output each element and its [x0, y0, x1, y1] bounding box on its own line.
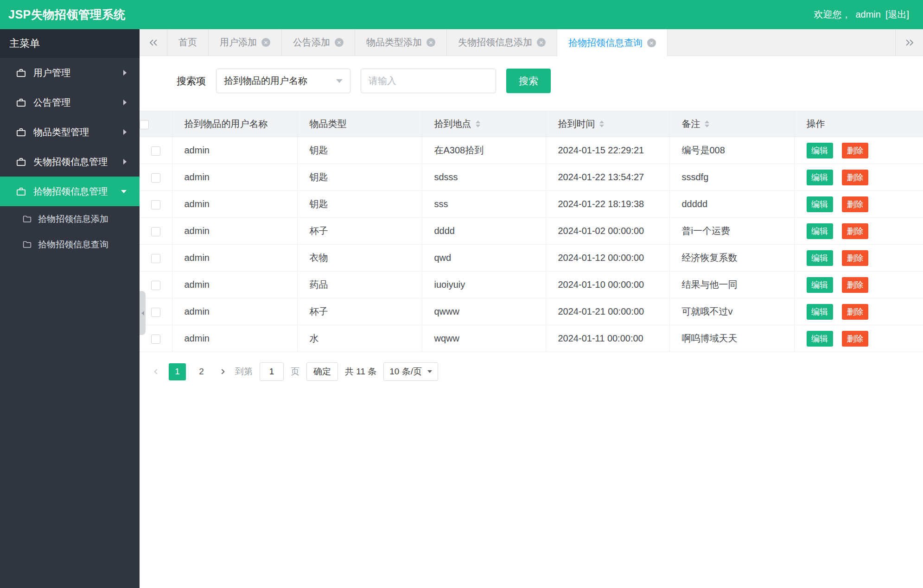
page-size-select[interactable]: 10 条/页 — [383, 362, 438, 381]
tab-user-add[interactable]: 用户添加 — [209, 29, 282, 56]
sidebar-item-label: 拾物招领信息管理 — [33, 185, 121, 198]
sort-icon[interactable] — [476, 120, 480, 127]
close-icon[interactable] — [426, 38, 435, 47]
folder-icon — [22, 240, 32, 249]
cell-time-text: 2024-01-22 13:54:27 — [558, 172, 644, 182]
cell-item-type: 钥匙 — [297, 164, 422, 191]
column-header-note: 备注 — [669, 111, 794, 137]
edit-button[interactable]: 编辑 — [807, 143, 833, 158]
delete-button[interactable]: 删除 — [842, 223, 868, 239]
cell-user: admin — [172, 272, 297, 298]
sort-icon[interactable] — [599, 120, 604, 127]
row-checkbox[interactable] — [151, 200, 160, 209]
row-checkbox[interactable] — [151, 173, 160, 183]
edit-button[interactable]: 编辑 — [807, 223, 833, 239]
top-header: JSP失物招领管理系统 欢迎您， admin [退出] — [0, 0, 923, 29]
tab-label: 拾物招领信息查询 — [568, 37, 643, 49]
delete-button[interactable]: 删除 — [842, 250, 868, 266]
confirm-button[interactable]: 确定 — [306, 362, 338, 381]
tab-found-info-query[interactable]: 拾物招领信息查询 — [557, 29, 668, 56]
delete-button[interactable]: 删除 — [842, 196, 868, 212]
sidebar-title: 主菜单 — [0, 29, 140, 58]
select-all-checkbox[interactable] — [140, 120, 149, 129]
sidebar-subitem-label: 拾物招领信息添加 — [38, 213, 108, 225]
cell-item-type-text: 药品 — [310, 279, 328, 290]
sidebar-subitem-found-add[interactable]: 拾物招领信息添加 — [0, 206, 140, 232]
edit-button[interactable]: 编辑 — [807, 304, 833, 320]
close-icon[interactable] — [335, 38, 344, 47]
sort-icon[interactable] — [705, 120, 709, 127]
chevron-down-icon — [427, 370, 432, 373]
tab-item-type-add[interactable]: 物品类型添加 — [355, 29, 447, 56]
edit-button[interactable]: 编辑 — [807, 331, 833, 347]
briefcase-icon — [15, 97, 26, 108]
column-header-user: 拾到物品的用户名称 — [172, 111, 297, 137]
cell-place-text: wqww — [434, 333, 459, 343]
edit-button[interactable]: 编辑 — [807, 196, 833, 212]
edit-button[interactable]: 编辑 — [807, 250, 833, 266]
table-header-row: 拾到物品的用户名称 物品类型 拾到地点 拾到时间 — [140, 111, 923, 137]
column-header-checkbox — [140, 111, 172, 137]
cell-user-text: admin — [185, 253, 210, 263]
sidebar-item-item-type-mgmt[interactable]: 物品类型管理 — [0, 117, 140, 147]
goto-page-input[interactable] — [260, 362, 284, 381]
row-checkbox[interactable] — [151, 254, 160, 263]
page-number-1[interactable]: 1 — [169, 363, 186, 380]
tab-notice-add[interactable]: 公告添加 — [282, 29, 355, 56]
search-field-select[interactable]: 拾到物品的用户名称 — [216, 69, 350, 93]
edit-button[interactable]: 编辑 — [807, 170, 833, 185]
next-page-icon[interactable] — [217, 366, 228, 378]
close-icon[interactable] — [537, 38, 546, 47]
cell-note: 编号是008 — [669, 137, 794, 164]
prev-page-icon[interactable] — [151, 366, 162, 378]
page-number-2[interactable]: 2 — [193, 363, 210, 380]
cell-item-type: 杯子 — [297, 218, 422, 245]
row-checkbox[interactable] — [151, 227, 160, 236]
tabs-scroll-left-icon[interactable] — [140, 29, 167, 56]
close-icon[interactable] — [261, 38, 270, 47]
cell-time-text: 2024-01-02 00:00:00 — [558, 226, 644, 236]
close-icon[interactable] — [647, 38, 656, 47]
tab-home[interactable]: 首页 — [167, 29, 209, 56]
cell-time-text: 2024-01-15 22:29:21 — [558, 145, 644, 155]
row-checkbox[interactable] — [151, 335, 160, 344]
tab-lost-info-add[interactable]: 失物招领信息添加 — [447, 29, 557, 56]
cell-note: ddddd — [669, 191, 794, 218]
folder-icon — [22, 214, 32, 224]
cell-actions: 编辑 删除 — [794, 245, 923, 272]
delete-button[interactable]: 删除 — [842, 331, 868, 347]
sidebar-item-notice-mgmt[interactable]: 公告管理 — [0, 88, 140, 117]
cell-place: iuoiyuiy — [422, 272, 546, 298]
cell-item-type: 衣物 — [297, 245, 422, 272]
cell-place-text: qwww — [434, 306, 459, 316]
delete-button[interactable]: 删除 — [842, 277, 868, 293]
search-button[interactable]: 搜索 — [506, 69, 551, 93]
sidebar-item-lost-info-mgmt[interactable]: 失物招领信息管理 — [0, 147, 140, 177]
cell-user-text: admin — [185, 226, 210, 236]
tabs-scroll-right-icon[interactable] — [895, 29, 923, 56]
delete-button[interactable]: 删除 — [842, 170, 868, 185]
delete-button[interactable]: 删除 — [842, 304, 868, 320]
column-label: 备注 — [682, 118, 700, 130]
cell-actions: 编辑 删除 — [794, 137, 923, 164]
cell-checkbox — [140, 245, 172, 272]
row-checkbox[interactable] — [151, 146, 160, 156]
sidebar-item-found-info-mgmt[interactable]: 拾物招领信息管理 — [0, 177, 140, 206]
chevron-down-icon — [121, 190, 127, 193]
cell-actions: 编辑 删除 — [794, 164, 923, 191]
logout-link[interactable]: [退出] — [885, 8, 909, 21]
cell-note: sssdfg — [669, 164, 794, 191]
tab-label: 物品类型添加 — [366, 36, 422, 49]
column-label: 拾到物品的用户名称 — [185, 118, 268, 130]
cell-place: sss — [422, 191, 546, 218]
edit-button[interactable]: 编辑 — [807, 277, 833, 293]
sidebar-item-user-mgmt[interactable]: 用户管理 — [0, 58, 140, 88]
cell-item-type-text: 衣物 — [310, 253, 328, 263]
search-input[interactable] — [361, 69, 496, 93]
sidebar-collapse-handle[interactable] — [140, 291, 146, 335]
sidebar-subitem-found-query[interactable]: 拾物招领信息查询 — [0, 232, 140, 257]
delete-button[interactable]: 删除 — [842, 143, 868, 158]
row-checkbox[interactable] — [151, 281, 160, 290]
main-content: 首页 用户添加 公告添加 物品类型添加 失物招领信息添加 — [140, 29, 923, 588]
row-checkbox[interactable] — [151, 308, 160, 317]
